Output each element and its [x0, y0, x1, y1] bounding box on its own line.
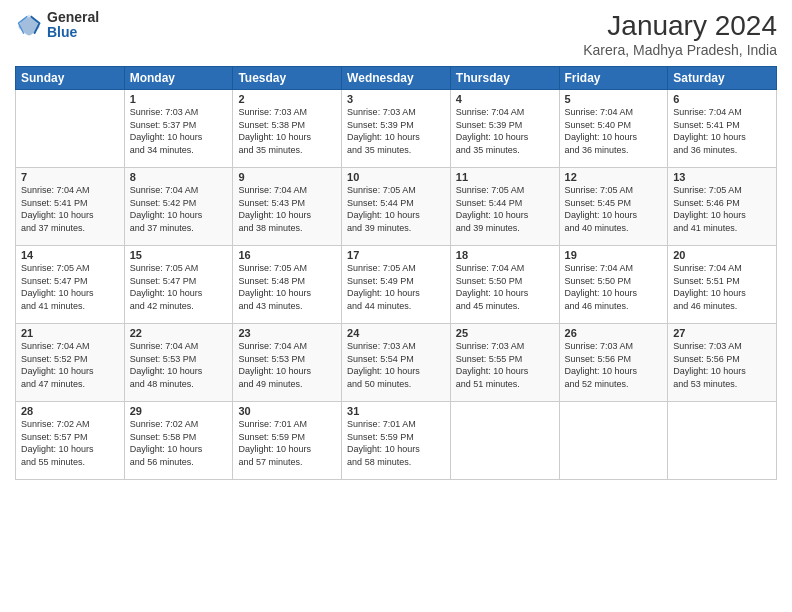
day-cell: 20Sunrise: 7:04 AMSunset: 5:51 PMDayligh…: [668, 246, 777, 324]
day-number: 1: [130, 93, 228, 105]
day-info: Sunrise: 7:05 AMSunset: 5:44 PMDaylight:…: [347, 184, 445, 234]
header-cell-sunday: Sunday: [16, 67, 125, 90]
page: General Blue January 2024 Karera, Madhya…: [0, 0, 792, 612]
day-info: Sunrise: 7:04 AMSunset: 5:50 PMDaylight:…: [565, 262, 663, 312]
day-cell: 12Sunrise: 7:05 AMSunset: 5:45 PMDayligh…: [559, 168, 668, 246]
header-cell-thursday: Thursday: [450, 67, 559, 90]
day-number: 10: [347, 171, 445, 183]
day-number: 8: [130, 171, 228, 183]
logo-blue-text: Blue: [47, 25, 99, 40]
day-info: Sunrise: 7:05 AMSunset: 5:47 PMDaylight:…: [130, 262, 228, 312]
day-cell: 23Sunrise: 7:04 AMSunset: 5:53 PMDayligh…: [233, 324, 342, 402]
logo: General Blue: [15, 10, 99, 41]
day-cell: [16, 90, 125, 168]
day-number: 23: [238, 327, 336, 339]
day-number: 18: [456, 249, 554, 261]
day-number: 15: [130, 249, 228, 261]
week-row-1: 1Sunrise: 7:03 AMSunset: 5:37 PMDaylight…: [16, 90, 777, 168]
day-number: 30: [238, 405, 336, 417]
header-cell-saturday: Saturday: [668, 67, 777, 90]
day-cell: 1Sunrise: 7:03 AMSunset: 5:37 PMDaylight…: [124, 90, 233, 168]
day-cell: 3Sunrise: 7:03 AMSunset: 5:39 PMDaylight…: [342, 90, 451, 168]
day-cell: 2Sunrise: 7:03 AMSunset: 5:38 PMDaylight…: [233, 90, 342, 168]
day-info: Sunrise: 7:03 AMSunset: 5:56 PMDaylight:…: [673, 340, 771, 390]
day-info: Sunrise: 7:04 AMSunset: 5:50 PMDaylight:…: [456, 262, 554, 312]
day-info: Sunrise: 7:04 AMSunset: 5:51 PMDaylight:…: [673, 262, 771, 312]
day-info: Sunrise: 7:05 AMSunset: 5:45 PMDaylight:…: [565, 184, 663, 234]
day-number: 29: [130, 405, 228, 417]
day-number: 13: [673, 171, 771, 183]
day-info: Sunrise: 7:04 AMSunset: 5:53 PMDaylight:…: [130, 340, 228, 390]
header-cell-friday: Friday: [559, 67, 668, 90]
day-cell: 18Sunrise: 7:04 AMSunset: 5:50 PMDayligh…: [450, 246, 559, 324]
day-cell: 14Sunrise: 7:05 AMSunset: 5:47 PMDayligh…: [16, 246, 125, 324]
day-number: 6: [673, 93, 771, 105]
day-info: Sunrise: 7:03 AMSunset: 5:54 PMDaylight:…: [347, 340, 445, 390]
day-cell: 30Sunrise: 7:01 AMSunset: 5:59 PMDayligh…: [233, 402, 342, 480]
week-row-2: 7Sunrise: 7:04 AMSunset: 5:41 PMDaylight…: [16, 168, 777, 246]
subtitle: Karera, Madhya Pradesh, India: [583, 42, 777, 58]
title-block: January 2024 Karera, Madhya Pradesh, Ind…: [583, 10, 777, 58]
day-cell: 25Sunrise: 7:03 AMSunset: 5:55 PMDayligh…: [450, 324, 559, 402]
day-cell: [668, 402, 777, 480]
logo-general-text: General: [47, 10, 99, 25]
calendar-table: SundayMondayTuesdayWednesdayThursdayFrid…: [15, 66, 777, 480]
day-info: Sunrise: 7:03 AMSunset: 5:55 PMDaylight:…: [456, 340, 554, 390]
day-info: Sunrise: 7:01 AMSunset: 5:59 PMDaylight:…: [238, 418, 336, 468]
day-info: Sunrise: 7:04 AMSunset: 5:43 PMDaylight:…: [238, 184, 336, 234]
week-row-4: 21Sunrise: 7:04 AMSunset: 5:52 PMDayligh…: [16, 324, 777, 402]
day-cell: 29Sunrise: 7:02 AMSunset: 5:58 PMDayligh…: [124, 402, 233, 480]
header-cell-tuesday: Tuesday: [233, 67, 342, 90]
day-number: 7: [21, 171, 119, 183]
day-info: Sunrise: 7:05 AMSunset: 5:47 PMDaylight:…: [21, 262, 119, 312]
day-info: Sunrise: 7:05 AMSunset: 5:44 PMDaylight:…: [456, 184, 554, 234]
logo-text: General Blue: [47, 10, 99, 41]
logo-icon: [15, 11, 43, 39]
day-cell: 21Sunrise: 7:04 AMSunset: 5:52 PMDayligh…: [16, 324, 125, 402]
day-number: 3: [347, 93, 445, 105]
day-cell: 13Sunrise: 7:05 AMSunset: 5:46 PMDayligh…: [668, 168, 777, 246]
week-row-3: 14Sunrise: 7:05 AMSunset: 5:47 PMDayligh…: [16, 246, 777, 324]
day-cell: 6Sunrise: 7:04 AMSunset: 5:41 PMDaylight…: [668, 90, 777, 168]
header: General Blue January 2024 Karera, Madhya…: [15, 10, 777, 58]
day-info: Sunrise: 7:03 AMSunset: 5:38 PMDaylight:…: [238, 106, 336, 156]
day-cell: 31Sunrise: 7:01 AMSunset: 5:59 PMDayligh…: [342, 402, 451, 480]
day-number: 31: [347, 405, 445, 417]
day-number: 4: [456, 93, 554, 105]
day-number: 28: [21, 405, 119, 417]
day-number: 21: [21, 327, 119, 339]
day-number: 26: [565, 327, 663, 339]
day-info: Sunrise: 7:03 AMSunset: 5:56 PMDaylight:…: [565, 340, 663, 390]
day-number: 12: [565, 171, 663, 183]
day-number: 9: [238, 171, 336, 183]
day-info: Sunrise: 7:04 AMSunset: 5:52 PMDaylight:…: [21, 340, 119, 390]
header-cell-monday: Monday: [124, 67, 233, 90]
day-info: Sunrise: 7:05 AMSunset: 5:46 PMDaylight:…: [673, 184, 771, 234]
day-info: Sunrise: 7:04 AMSunset: 5:39 PMDaylight:…: [456, 106, 554, 156]
day-info: Sunrise: 7:04 AMSunset: 5:41 PMDaylight:…: [21, 184, 119, 234]
day-number: 14: [21, 249, 119, 261]
day-cell: 7Sunrise: 7:04 AMSunset: 5:41 PMDaylight…: [16, 168, 125, 246]
day-cell: 27Sunrise: 7:03 AMSunset: 5:56 PMDayligh…: [668, 324, 777, 402]
day-cell: 19Sunrise: 7:04 AMSunset: 5:50 PMDayligh…: [559, 246, 668, 324]
day-cell: 16Sunrise: 7:05 AMSunset: 5:48 PMDayligh…: [233, 246, 342, 324]
day-cell: 11Sunrise: 7:05 AMSunset: 5:44 PMDayligh…: [450, 168, 559, 246]
day-number: 27: [673, 327, 771, 339]
day-cell: 4Sunrise: 7:04 AMSunset: 5:39 PMDaylight…: [450, 90, 559, 168]
day-number: 16: [238, 249, 336, 261]
day-info: Sunrise: 7:03 AMSunset: 5:39 PMDaylight:…: [347, 106, 445, 156]
day-cell: 22Sunrise: 7:04 AMSunset: 5:53 PMDayligh…: [124, 324, 233, 402]
day-cell: 5Sunrise: 7:04 AMSunset: 5:40 PMDaylight…: [559, 90, 668, 168]
day-number: 11: [456, 171, 554, 183]
day-number: 20: [673, 249, 771, 261]
header-cell-wednesday: Wednesday: [342, 67, 451, 90]
day-info: Sunrise: 7:05 AMSunset: 5:48 PMDaylight:…: [238, 262, 336, 312]
day-number: 19: [565, 249, 663, 261]
header-row: SundayMondayTuesdayWednesdayThursdayFrid…: [16, 67, 777, 90]
day-number: 2: [238, 93, 336, 105]
day-cell: 26Sunrise: 7:03 AMSunset: 5:56 PMDayligh…: [559, 324, 668, 402]
day-number: 22: [130, 327, 228, 339]
day-number: 24: [347, 327, 445, 339]
day-number: 17: [347, 249, 445, 261]
day-info: Sunrise: 7:02 AMSunset: 5:57 PMDaylight:…: [21, 418, 119, 468]
